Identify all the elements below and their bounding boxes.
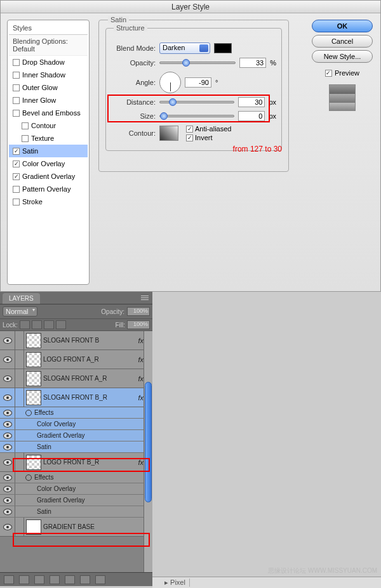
lock-all-icon[interactable]	[56, 320, 66, 329]
adjustment-icon[interactable]	[50, 575, 60, 584]
visibility-toggle[interactable]	[0, 331, 15, 350]
ok-button[interactable]: OK	[312, 20, 373, 32]
unit-display[interactable]: ▸ Pixel	[161, 578, 190, 587]
layer-row[interactable]: SLOGAN FRONT A_Rfx▾	[0, 369, 152, 388]
layer-fill-input[interactable]: 100%	[127, 320, 150, 329]
visibility-toggle[interactable]	[0, 350, 15, 369]
opacity-slider[interactable]	[159, 62, 236, 64]
style-item-satin[interactable]: Satin	[9, 145, 88, 157]
new-style-button[interactable]: New Style...	[312, 50, 373, 63]
style-label: Satin	[22, 147, 38, 155]
style-checkbox[interactable]	[13, 186, 20, 193]
style-item-gradient-overlay[interactable]: Gradient Overlay	[9, 170, 88, 183]
style-checkbox[interactable]	[22, 122, 29, 129]
styles-list-panel: Styles Blending Options: Default Drop Sh…	[7, 20, 90, 285]
preview-checkbox[interactable]: Preview	[325, 69, 359, 77]
eye-icon	[3, 433, 12, 439]
invert-checkbox[interactable]: Invert	[186, 134, 231, 141]
layers-tab[interactable]: LAYERS	[3, 293, 40, 304]
link-layers-icon[interactable]	[4, 575, 14, 584]
effect-row[interactable]: Satin	[0, 506, 152, 518]
layer-thumbnail[interactable]	[26, 371, 41, 386]
visibility-toggle[interactable]	[0, 430, 15, 441]
size-slider[interactable]	[159, 115, 234, 117]
annotation-box-distance-size	[107, 95, 270, 122]
layer-thumbnail[interactable]	[26, 390, 41, 405]
visibility-toggle[interactable]	[0, 388, 15, 407]
style-checkbox[interactable]	[13, 97, 20, 104]
lock-position-icon[interactable]	[44, 320, 54, 329]
layer-thumbnail[interactable]	[26, 519, 41, 535]
style-item-color-overlay[interactable]: Color Overlay	[9, 157, 88, 170]
visibility-toggle[interactable]	[0, 369, 15, 388]
layer-row[interactable]: LOGO FRONT A_Rfx▾	[0, 350, 152, 369]
layer-row[interactable]: SLOGAN FRONT Bfx▾	[0, 331, 152, 350]
opacity-input[interactable]: 33	[239, 58, 266, 68]
visibility-toggle[interactable]	[0, 441, 15, 452]
eye-icon	[3, 337, 12, 344]
layer-thumbnail[interactable]	[26, 352, 41, 367]
effect-row[interactable]: Satin	[0, 441, 152, 453]
visibility-toggle[interactable]	[0, 472, 15, 483]
style-item-stroke[interactable]: Stroke	[9, 195, 88, 208]
layer-opacity-input[interactable]: 100%	[127, 307, 150, 316]
style-label: Contour	[31, 122, 56, 129]
style-item-texture[interactable]: Texture	[9, 132, 88, 145]
style-item-bevel-and-emboss[interactable]: Bevel and Emboss	[9, 107, 88, 119]
layer-style-dialog: Layer Style Styles Blending Options: Def…	[0, 0, 381, 292]
effect-row[interactable]: Gradient Overlay	[0, 495, 152, 506]
dialog-button-column: OK Cancel New Style... Preview	[311, 20, 374, 285]
blending-options-row[interactable]: Blending Options: Default	[9, 35, 88, 56]
new-layer-icon[interactable]	[80, 575, 90, 584]
eye-icon	[3, 421, 12, 428]
style-item-inner-shadow[interactable]: Inner Shadow	[9, 69, 88, 81]
style-checkbox[interactable]	[13, 148, 20, 155]
angle-input[interactable]: -90	[185, 77, 211, 88]
style-checkbox[interactable]	[13, 110, 20, 117]
style-item-contour[interactable]: Contour	[9, 119, 88, 132]
eye-icon	[3, 356, 12, 363]
antialiased-checkbox[interactable]: Anti-aliased	[186, 125, 231, 133]
effect-row[interactable]: Color Overlay	[0, 483, 152, 495]
style-item-pattern-overlay[interactable]: Pattern Overlay	[9, 183, 88, 195]
group-icon[interactable]	[65, 575, 75, 584]
layers-panel: LAYERS Normal Opacity: 100% Lock: Fill: …	[0, 292, 152, 586]
style-checkbox[interactable]	[13, 160, 20, 167]
effect-row[interactable]: Color Overlay	[0, 419, 152, 430]
styles-header[interactable]: Styles	[9, 22, 88, 35]
panel-menu-icon[interactable]	[139, 293, 150, 302]
effect-row[interactable]: Gradient Overlay	[0, 430, 152, 441]
blend-mode-select[interactable]: Darken	[159, 42, 210, 54]
visibility-toggle[interactable]	[0, 483, 15, 494]
style-item-inner-glow[interactable]: Inner Glow	[9, 94, 88, 107]
fx-icon[interactable]	[19, 575, 29, 584]
visibility-toggle[interactable]	[0, 419, 15, 429]
trash-icon[interactable]	[95, 575, 105, 584]
style-item-drop-shadow[interactable]: Drop Shadow	[9, 56, 88, 69]
visibility-toggle[interactable]	[0, 407, 15, 418]
style-checkbox[interactable]	[13, 59, 20, 66]
style-checkbox[interactable]	[13, 173, 20, 180]
cancel-button[interactable]: Cancel	[312, 35, 373, 48]
blend-color-swatch[interactable]	[214, 43, 232, 53]
contour-picker[interactable]	[159, 126, 178, 141]
distance-slider[interactable]	[159, 101, 234, 103]
style-checkbox[interactable]	[22, 135, 29, 142]
style-item-outer-glow[interactable]: Outer Glow	[9, 81, 88, 94]
style-checkbox[interactable]	[13, 72, 20, 79]
angle-dial[interactable]	[159, 72, 181, 93]
mask-icon[interactable]	[34, 575, 44, 584]
visibility-toggle[interactable]	[0, 495, 15, 506]
fx-badge: fx	[138, 375, 144, 382]
effects-header[interactable]: Effects▴	[0, 407, 152, 419]
effects-header[interactable]: Effects▴	[0, 472, 152, 483]
layer-thumbnail[interactable]	[26, 333, 41, 348]
layer-row[interactable]: SLOGAN FRONT B_Rfx▴	[0, 388, 152, 407]
lock-pixels-icon[interactable]	[32, 320, 42, 329]
style-checkbox[interactable]	[13, 199, 20, 206]
eye-icon	[3, 444, 12, 450]
style-checkbox[interactable]	[13, 84, 20, 91]
layer-blend-select[interactable]: Normal	[3, 306, 37, 317]
visibility-toggle[interactable]	[0, 506, 15, 517]
lock-transparency-icon[interactable]	[20, 320, 30, 329]
